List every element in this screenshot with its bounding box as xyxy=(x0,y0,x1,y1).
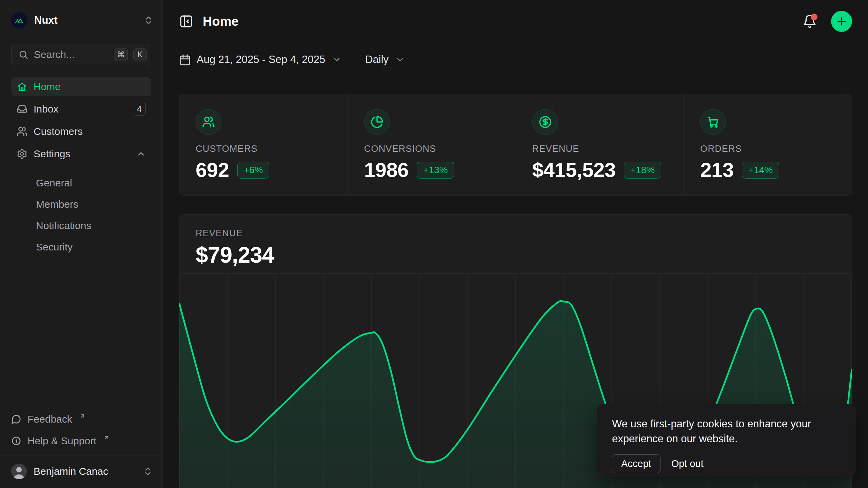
pie-chart-icon xyxy=(364,109,390,135)
stat-delta-badge: +6% xyxy=(237,162,270,179)
kbd-cmd: ⌘ xyxy=(114,48,128,61)
page-title: Home xyxy=(203,14,239,29)
period-select[interactable]: Daily xyxy=(365,54,405,66)
user-menu[interactable]: Benjamin Canac xyxy=(11,461,153,482)
shopping-cart-icon xyxy=(700,109,726,135)
calendar-icon xyxy=(179,54,191,66)
sidebar-item-label: Home xyxy=(34,81,61,93)
revenue-label: REVENUE xyxy=(196,228,835,239)
chevrons-up-down-icon xyxy=(143,466,153,476)
circle-dollar-icon xyxy=(532,109,558,135)
sidebar: Nuxt Search... ⌘ K Home Inbox 4 xyxy=(0,0,163,488)
stat-value: $415,523 xyxy=(532,158,616,182)
users-icon xyxy=(196,109,221,135)
user-menu-container: Benjamin Canac xyxy=(0,455,162,488)
chevrons-up-down-icon xyxy=(143,15,154,25)
stat-delta-badge: +18% xyxy=(624,162,661,179)
home-icon xyxy=(17,81,27,92)
stat-revenue[interactable]: REVENUE $415,523 +18% xyxy=(516,94,684,196)
revenue-total: $79,234 xyxy=(196,242,835,268)
stat-conversions[interactable]: CONVERSIONS 1986 +13% xyxy=(348,94,516,196)
stat-value: 1986 xyxy=(364,158,409,182)
help-support-label: Help & Support xyxy=(27,435,96,447)
inbox-count-badge: 4 xyxy=(133,103,146,116)
cookie-message: We use first-party cookies to enhance yo… xyxy=(612,416,822,446)
stat-delta-badge: +13% xyxy=(417,162,454,179)
add-button[interactable] xyxy=(831,11,852,32)
stat-label: CUSTOMERS xyxy=(196,144,348,154)
users-icon xyxy=(17,126,27,137)
feedback-link[interactable]: Feedback xyxy=(11,410,151,429)
chat-bubble-icon xyxy=(11,414,21,424)
sidebar-item-inbox[interactable]: Inbox 4 xyxy=(11,100,151,119)
search-icon xyxy=(18,49,28,60)
sidebar-item-general[interactable]: General xyxy=(25,172,151,194)
date-range-picker[interactable]: Aug 21, 2025 - Sep 4, 2025 xyxy=(179,54,341,66)
period-value: Daily xyxy=(365,54,389,66)
sidebar-item-notifications[interactable]: Notifications xyxy=(25,215,151,236)
stat-label: ORDERS xyxy=(700,144,852,154)
sidebar-item-label: Settings xyxy=(34,148,130,160)
team-name: Nuxt xyxy=(34,14,137,26)
sidebar-item-settings[interactable]: Settings xyxy=(11,144,151,163)
search-input[interactable]: Search... ⌘ K xyxy=(11,44,151,65)
stat-customers[interactable]: CUSTOMERS 692 +6% xyxy=(179,94,348,196)
feedback-label: Feedback xyxy=(27,413,72,425)
kbd-k: K xyxy=(133,48,147,61)
sidebar-item-members[interactable]: Members xyxy=(25,194,151,215)
sidebar-item-label: Inbox xyxy=(34,103,127,115)
notifications-button[interactable] xyxy=(803,14,817,28)
date-range-value: Aug 21, 2025 - Sep 4, 2025 xyxy=(197,54,325,66)
stat-value: 692 xyxy=(196,158,229,182)
stat-value: 213 xyxy=(700,158,734,182)
filters-toolbar: Aug 21, 2025 - Sep 4, 2025 Daily xyxy=(163,43,868,76)
sidebar-item-label: Customers xyxy=(34,126,83,137)
stat-label: CONVERSIONS xyxy=(364,144,516,154)
external-link-icon xyxy=(79,413,86,420)
nuxt-logo-icon xyxy=(11,12,27,28)
avatar xyxy=(11,464,27,479)
sidebar-item-security[interactable]: Security xyxy=(25,236,151,258)
team-switcher[interactable]: Nuxt xyxy=(11,12,154,28)
sidebar-nav: Home Inbox 4 Customers Settings Genera xyxy=(11,77,151,260)
gear-icon xyxy=(17,148,27,159)
chevron-up-icon xyxy=(136,149,146,159)
opt-out-button[interactable]: Opt out xyxy=(670,455,705,473)
stat-delta-badge: +14% xyxy=(742,162,779,179)
accept-cookies-button[interactable]: Accept xyxy=(612,454,660,473)
external-link-icon xyxy=(103,434,110,441)
stat-orders[interactable]: ORDERS 213 +14% xyxy=(684,94,852,196)
sidebar-collapse-button[interactable] xyxy=(179,14,193,28)
page-header: Home xyxy=(163,0,868,43)
chevron-down-icon xyxy=(395,55,405,64)
help-support-link[interactable]: Help & Support xyxy=(11,431,151,450)
stats-panel: CUSTOMERS 692 +6% CONVERSIONS 1986 +13% … xyxy=(179,94,852,196)
search-placeholder: Search... xyxy=(34,49,108,60)
plus-icon xyxy=(836,16,847,27)
inbox-icon xyxy=(17,104,27,115)
sidebar-item-home[interactable]: Home xyxy=(11,77,151,96)
user-name: Benjamin Canac xyxy=(34,466,136,477)
stat-label: REVENUE xyxy=(532,144,684,154)
chevron-down-icon xyxy=(332,55,341,64)
cookie-banner: We use first-party cookies to enhance yo… xyxy=(597,404,855,477)
sidebar-footer: Feedback Help & Support xyxy=(11,410,151,450)
info-icon xyxy=(11,436,21,446)
notification-dot xyxy=(811,14,817,20)
settings-submenu: General Members Notifications Security xyxy=(25,169,151,260)
sidebar-item-customers[interactable]: Customers xyxy=(11,122,151,141)
